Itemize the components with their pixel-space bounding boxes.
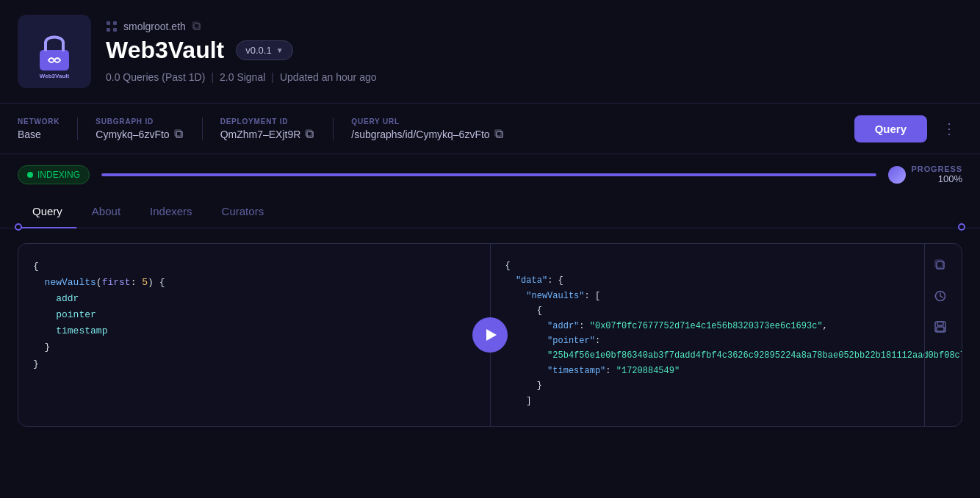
deployment-id-label: DEPLOYMENT ID xyxy=(220,118,316,126)
copy-username-button[interactable] xyxy=(192,21,202,32)
signal-stat: 2.0 Signal xyxy=(220,71,265,83)
query-editor: { newVaults(first: 5) { addr pointer tim… xyxy=(18,243,962,427)
app-title: Web3Vault xyxy=(106,37,224,64)
play-icon xyxy=(486,329,497,341)
query-input-panel[interactable]: { newVaults(first: 5) { addr pointer tim… xyxy=(18,244,491,426)
header-info: smolgroot.eth Web3Vault v0.0.1 ▼ 0.0 Que… xyxy=(106,21,962,83)
svg-rect-6 xyxy=(113,28,117,32)
run-query-button[interactable] xyxy=(472,317,508,353)
query-code: { newVaults(first: 5) { addr pointer tim… xyxy=(33,259,475,372)
progress-avatar xyxy=(888,166,906,184)
separator-2: | xyxy=(271,71,274,83)
progress-bar-container xyxy=(101,173,876,176)
query-result-panel: { "data": { "newVaults": [ { "addr": "0x… xyxy=(491,244,962,426)
copy-subgraph-id-button[interactable] xyxy=(174,129,184,140)
tab-query[interactable]: Query xyxy=(18,195,77,228)
svg-rect-20 xyxy=(937,327,944,331)
svg-rect-9 xyxy=(176,131,182,137)
copy-deployment-id-button[interactable] xyxy=(305,129,315,140)
progress-section: INDEXING PROGRESS 100% xyxy=(0,154,980,195)
history-button[interactable] xyxy=(931,286,950,306)
progress-value: 100% xyxy=(938,173,962,184)
green-dot-icon xyxy=(27,172,33,178)
query-button[interactable]: Query xyxy=(854,115,927,142)
copy-result-button[interactable] xyxy=(931,256,950,275)
query-url-value: /subgraphs/id/Cymykq–6zvFto xyxy=(351,129,489,140)
svg-rect-8 xyxy=(192,22,198,28)
query-url-info: QUERY URL /subgraphs/id/Cymykq–6zvFto xyxy=(334,118,522,140)
svg-rect-13 xyxy=(497,131,502,137)
tabs-bar: Query About Indexers Curators xyxy=(0,195,980,228)
meta-row: 0.0 Queries (Past 1D) | 2.0 Signal | Upd… xyxy=(106,71,962,83)
app-logo: Web3Vault xyxy=(18,15,91,88)
progress-bar-fill xyxy=(101,173,876,176)
version-selector[interactable]: v0.0.1 ▼ xyxy=(236,40,292,60)
indexing-badge: INDEXING xyxy=(18,165,90,184)
svg-rect-14 xyxy=(495,130,501,136)
svg-rect-10 xyxy=(175,130,181,136)
network-info: NETWORK Base xyxy=(18,118,78,140)
svg-rect-7 xyxy=(194,24,200,29)
indexing-label: INDEXING xyxy=(37,170,80,180)
deployment-id-row: QmZhm7–EXjt9R xyxy=(220,129,316,140)
title-row: Web3Vault v0.0.1 ▼ xyxy=(106,37,962,64)
subgraph-id-label: SUBGRAPH ID xyxy=(96,118,184,126)
subgraph-id-row: Cymykq–6zvFto xyxy=(96,129,184,140)
info-bar: NETWORK Base SUBGRAPH ID Cymykq–6zvFto D… xyxy=(0,103,980,154)
progress-info: PROGRESS 100% xyxy=(888,165,962,184)
progress-label: PROGRESS xyxy=(912,165,962,173)
tab-about[interactable]: About xyxy=(77,195,135,228)
deployment-id-info: DEPLOYMENT ID QmZhm7–EXjt9R xyxy=(203,118,334,140)
user-row: smolgroot.eth xyxy=(106,21,962,32)
svg-rect-12 xyxy=(306,130,311,136)
subgraph-id-value: Cymykq–6zvFto xyxy=(96,129,169,140)
editor-toolbar xyxy=(924,244,956,426)
svg-text:Web3Vault: Web3Vault xyxy=(40,73,70,79)
chevron-down-icon: ▼ xyxy=(276,46,284,54)
subgraph-id-info: SUBGRAPH ID Cymykq–6zvFto xyxy=(78,118,202,140)
svg-rect-19 xyxy=(937,322,943,325)
tab-indexers[interactable]: Indexers xyxy=(135,195,207,228)
query-url-row: /subgraphs/id/Cymykq–6zvFto xyxy=(351,129,504,140)
deployment-id-value: QmZhm7–EXjt9R xyxy=(220,129,301,140)
more-options-button[interactable]: ⋮ xyxy=(936,114,962,143)
separator-1: | xyxy=(211,71,214,83)
network-value: Base xyxy=(18,129,60,140)
ens-icon xyxy=(106,21,118,32)
query-url-label: QUERY URL xyxy=(351,118,504,126)
tab-connector-right xyxy=(958,223,965,231)
version-label: v0.0.1 xyxy=(245,45,271,56)
updated-stat: Updated an hour ago xyxy=(280,71,377,83)
svg-rect-11 xyxy=(307,131,313,137)
svg-rect-3 xyxy=(107,21,110,25)
save-button[interactable] xyxy=(931,317,950,336)
tab-curators[interactable]: Curators xyxy=(207,195,279,228)
username: smolgroot.eth xyxy=(123,21,186,32)
network-label: NETWORK xyxy=(18,118,60,126)
svg-rect-4 xyxy=(113,21,117,25)
queries-stat: 0.0 Queries (Past 1D) xyxy=(106,71,205,83)
tab-connector-left xyxy=(15,223,22,231)
header: Web3Vault smolgroot.eth Web3Vault xyxy=(0,0,980,103)
svg-rect-5 xyxy=(107,28,110,32)
copy-query-url-button[interactable] xyxy=(494,129,505,140)
